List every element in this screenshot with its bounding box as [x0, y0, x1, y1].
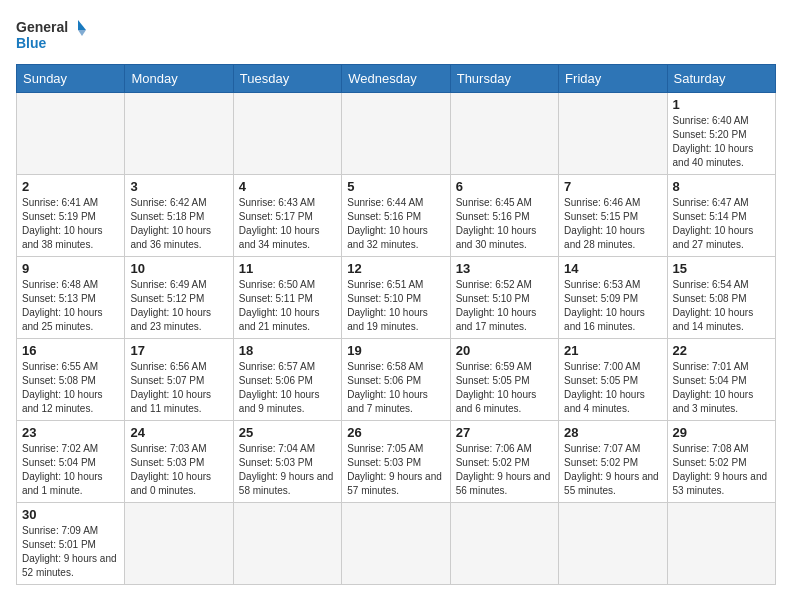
svg-marker-2 — [78, 20, 86, 30]
calendar-day: 19Sunrise: 6:58 AM Sunset: 5:06 PM Dayli… — [342, 339, 450, 421]
calendar-day: 30Sunrise: 7:09 AM Sunset: 5:01 PM Dayli… — [17, 503, 125, 585]
day-number: 8 — [673, 179, 770, 194]
logo-svg: General Blue — [16, 16, 86, 54]
day-info: Sunrise: 7:03 AM Sunset: 5:03 PM Dayligh… — [130, 442, 227, 498]
day-info: Sunrise: 7:02 AM Sunset: 5:04 PM Dayligh… — [22, 442, 119, 498]
calendar-day: 18Sunrise: 6:57 AM Sunset: 5:06 PM Dayli… — [233, 339, 341, 421]
day-number: 4 — [239, 179, 336, 194]
calendar-day: 22Sunrise: 7:01 AM Sunset: 5:04 PM Dayli… — [667, 339, 775, 421]
day-info: Sunrise: 6:58 AM Sunset: 5:06 PM Dayligh… — [347, 360, 444, 416]
day-number: 26 — [347, 425, 444, 440]
day-number: 6 — [456, 179, 553, 194]
calendar-day: 11Sunrise: 6:50 AM Sunset: 5:11 PM Dayli… — [233, 257, 341, 339]
day-info: Sunrise: 6:43 AM Sunset: 5:17 PM Dayligh… — [239, 196, 336, 252]
day-info: Sunrise: 6:59 AM Sunset: 5:05 PM Dayligh… — [456, 360, 553, 416]
calendar-day: 2Sunrise: 6:41 AM Sunset: 5:19 PM Daylig… — [17, 175, 125, 257]
calendar-day: 14Sunrise: 6:53 AM Sunset: 5:09 PM Dayli… — [559, 257, 667, 339]
day-number: 24 — [130, 425, 227, 440]
day-number: 17 — [130, 343, 227, 358]
weekday-header-tuesday: Tuesday — [233, 65, 341, 93]
calendar-day: 12Sunrise: 6:51 AM Sunset: 5:10 PM Dayli… — [342, 257, 450, 339]
calendar-day — [342, 503, 450, 585]
calendar-day: 27Sunrise: 7:06 AM Sunset: 5:02 PM Dayli… — [450, 421, 558, 503]
day-info: Sunrise: 6:54 AM Sunset: 5:08 PM Dayligh… — [673, 278, 770, 334]
day-number: 1 — [673, 97, 770, 112]
weekday-header-sunday: Sunday — [17, 65, 125, 93]
calendar-day: 4Sunrise: 6:43 AM Sunset: 5:17 PM Daylig… — [233, 175, 341, 257]
svg-text:General: General — [16, 19, 68, 35]
day-number: 30 — [22, 507, 119, 522]
svg-text:Blue: Blue — [16, 35, 47, 51]
weekday-header-thursday: Thursday — [450, 65, 558, 93]
day-info: Sunrise: 7:01 AM Sunset: 5:04 PM Dayligh… — [673, 360, 770, 416]
day-info: Sunrise: 7:08 AM Sunset: 5:02 PM Dayligh… — [673, 442, 770, 498]
calendar-week-row: 2Sunrise: 6:41 AM Sunset: 5:19 PM Daylig… — [17, 175, 776, 257]
day-info: Sunrise: 6:52 AM Sunset: 5:10 PM Dayligh… — [456, 278, 553, 334]
day-info: Sunrise: 7:07 AM Sunset: 5:02 PM Dayligh… — [564, 442, 661, 498]
calendar-day: 24Sunrise: 7:03 AM Sunset: 5:03 PM Dayli… — [125, 421, 233, 503]
calendar-day — [667, 503, 775, 585]
day-number: 21 — [564, 343, 661, 358]
day-number: 25 — [239, 425, 336, 440]
day-number: 16 — [22, 343, 119, 358]
calendar-day — [233, 503, 341, 585]
calendar-day: 13Sunrise: 6:52 AM Sunset: 5:10 PM Dayli… — [450, 257, 558, 339]
day-number: 12 — [347, 261, 444, 276]
calendar-day: 3Sunrise: 6:42 AM Sunset: 5:18 PM Daylig… — [125, 175, 233, 257]
day-number: 28 — [564, 425, 661, 440]
calendar-day: 20Sunrise: 6:59 AM Sunset: 5:05 PM Dayli… — [450, 339, 558, 421]
day-number: 14 — [564, 261, 661, 276]
weekday-header-monday: Monday — [125, 65, 233, 93]
day-info: Sunrise: 6:57 AM Sunset: 5:06 PM Dayligh… — [239, 360, 336, 416]
calendar-day — [450, 93, 558, 175]
day-info: Sunrise: 6:44 AM Sunset: 5:16 PM Dayligh… — [347, 196, 444, 252]
day-info: Sunrise: 6:46 AM Sunset: 5:15 PM Dayligh… — [564, 196, 661, 252]
day-number: 7 — [564, 179, 661, 194]
header: General Blue — [16, 16, 776, 54]
day-info: Sunrise: 6:47 AM Sunset: 5:14 PM Dayligh… — [673, 196, 770, 252]
calendar-day — [450, 503, 558, 585]
calendar-day — [125, 93, 233, 175]
calendar-week-row: 23Sunrise: 7:02 AM Sunset: 5:04 PM Dayli… — [17, 421, 776, 503]
calendar-week-row: 9Sunrise: 6:48 AM Sunset: 5:13 PM Daylig… — [17, 257, 776, 339]
day-number: 22 — [673, 343, 770, 358]
calendar-day: 5Sunrise: 6:44 AM Sunset: 5:16 PM Daylig… — [342, 175, 450, 257]
calendar-day: 10Sunrise: 6:49 AM Sunset: 5:12 PM Dayli… — [125, 257, 233, 339]
calendar: SundayMondayTuesdayWednesdayThursdayFrid… — [16, 64, 776, 585]
calendar-week-row: 16Sunrise: 6:55 AM Sunset: 5:08 PM Dayli… — [17, 339, 776, 421]
calendar-day: 17Sunrise: 6:56 AM Sunset: 5:07 PM Dayli… — [125, 339, 233, 421]
calendar-day: 21Sunrise: 7:00 AM Sunset: 5:05 PM Dayli… — [559, 339, 667, 421]
calendar-body: 1Sunrise: 6:40 AM Sunset: 5:20 PM Daylig… — [17, 93, 776, 585]
day-info: Sunrise: 6:49 AM Sunset: 5:12 PM Dayligh… — [130, 278, 227, 334]
day-number: 5 — [347, 179, 444, 194]
calendar-day: 16Sunrise: 6:55 AM Sunset: 5:08 PM Dayli… — [17, 339, 125, 421]
day-info: Sunrise: 6:53 AM Sunset: 5:09 PM Dayligh… — [564, 278, 661, 334]
day-info: Sunrise: 7:05 AM Sunset: 5:03 PM Dayligh… — [347, 442, 444, 498]
calendar-day: 25Sunrise: 7:04 AM Sunset: 5:03 PM Dayli… — [233, 421, 341, 503]
day-number: 9 — [22, 261, 119, 276]
day-info: Sunrise: 6:48 AM Sunset: 5:13 PM Dayligh… — [22, 278, 119, 334]
calendar-week-row: 30Sunrise: 7:09 AM Sunset: 5:01 PM Dayli… — [17, 503, 776, 585]
day-info: Sunrise: 6:42 AM Sunset: 5:18 PM Dayligh… — [130, 196, 227, 252]
day-info: Sunrise: 6:40 AM Sunset: 5:20 PM Dayligh… — [673, 114, 770, 170]
day-number: 23 — [22, 425, 119, 440]
calendar-day: 28Sunrise: 7:07 AM Sunset: 5:02 PM Dayli… — [559, 421, 667, 503]
day-number: 19 — [347, 343, 444, 358]
calendar-day — [233, 93, 341, 175]
day-info: Sunrise: 6:56 AM Sunset: 5:07 PM Dayligh… — [130, 360, 227, 416]
calendar-day: 26Sunrise: 7:05 AM Sunset: 5:03 PM Dayli… — [342, 421, 450, 503]
day-number: 3 — [130, 179, 227, 194]
calendar-day: 29Sunrise: 7:08 AM Sunset: 5:02 PM Dayli… — [667, 421, 775, 503]
weekday-header-friday: Friday — [559, 65, 667, 93]
calendar-day — [559, 93, 667, 175]
day-number: 2 — [22, 179, 119, 194]
weekday-header-row: SundayMondayTuesdayWednesdayThursdayFrid… — [17, 65, 776, 93]
logo: General Blue — [16, 16, 86, 54]
day-number: 10 — [130, 261, 227, 276]
calendar-day: 9Sunrise: 6:48 AM Sunset: 5:13 PM Daylig… — [17, 257, 125, 339]
day-info: Sunrise: 7:00 AM Sunset: 5:05 PM Dayligh… — [564, 360, 661, 416]
calendar-day: 15Sunrise: 6:54 AM Sunset: 5:08 PM Dayli… — [667, 257, 775, 339]
day-info: Sunrise: 7:09 AM Sunset: 5:01 PM Dayligh… — [22, 524, 119, 580]
calendar-day — [17, 93, 125, 175]
calendar-day: 7Sunrise: 6:46 AM Sunset: 5:15 PM Daylig… — [559, 175, 667, 257]
